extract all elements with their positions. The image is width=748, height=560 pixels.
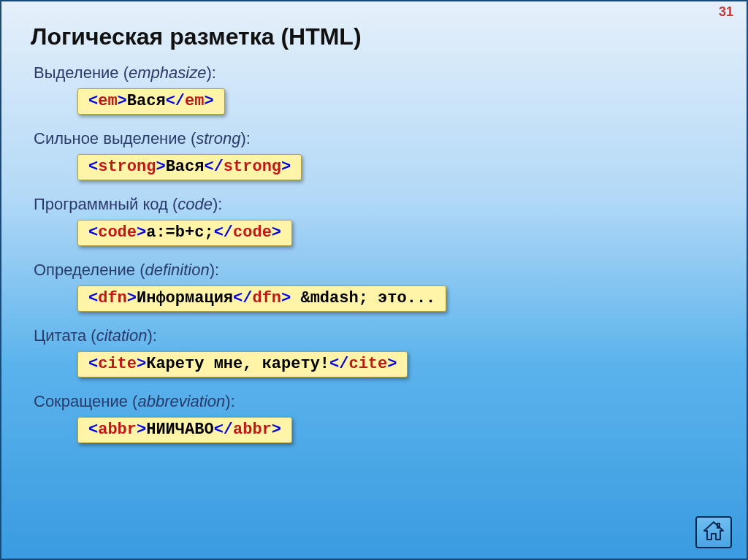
section-label-en: abbreviation — [137, 392, 225, 410]
page-number: 31 — [719, 4, 733, 20]
code-example: <dfn>Информация</dfn> &mdash; это... — [77, 285, 446, 312]
paren-open: ( — [123, 64, 129, 82]
paren-close: ): — [225, 392, 234, 410]
tag-close: abbr — [233, 421, 272, 439]
bracket: < — [88, 223, 98, 242]
tag-content: Вася — [127, 92, 166, 110]
bracket: </ — [214, 223, 233, 242]
bracket: > — [204, 92, 213, 110]
section-label-ru: Программный код — [34, 195, 168, 213]
paren-open: ( — [91, 326, 96, 345]
bracket: > — [137, 223, 146, 242]
section-label: Выделение (emphasize): — [34, 64, 722, 83]
tag-content: Карету мне, карету! — [146, 355, 329, 373]
section-label-en: emphasize — [129, 64, 206, 82]
bracket: > — [272, 421, 281, 439]
section-label-en: definition — [145, 261, 210, 279]
bracket: </ — [329, 355, 348, 373]
bracket: </ — [233, 289, 252, 307]
tag-content: Вася — [166, 158, 205, 176]
bracket: < — [88, 421, 98, 439]
code-example: <abbr>НИИЧАВО</abbr> — [77, 417, 292, 443]
tag-open: strong — [98, 158, 156, 176]
bracket: > — [387, 355, 397, 373]
bracket: </ — [214, 421, 233, 439]
bracket: > — [118, 92, 127, 110]
paren-close: ): — [213, 195, 222, 213]
bracket: < — [88, 92, 98, 110]
home-icon — [702, 520, 725, 545]
bracket: > — [137, 355, 146, 373]
paren-close: ): — [210, 261, 219, 279]
tag-open: em — [98, 92, 117, 110]
tag-close: cite — [348, 355, 387, 373]
tag-content: a:=b+c; — [146, 223, 213, 242]
tag-open: cite — [98, 355, 137, 373]
page-title: Логическая разметка (HTML) — [31, 23, 722, 50]
tag-close: em — [185, 92, 204, 110]
tag-content: Информация — [137, 289, 233, 307]
suffix: &mdash; это... — [291, 289, 435, 307]
bracket: > — [137, 421, 146, 439]
bracket: > — [281, 289, 291, 307]
code-example: <cite>Карету мне, карету!</cite> — [77, 351, 408, 377]
tag-close: strong — [224, 158, 281, 176]
section-label: Сильное выделение (strong): — [34, 129, 722, 148]
bracket: > — [127, 289, 137, 307]
section-label-en: code — [178, 195, 213, 213]
bracket: > — [272, 223, 281, 242]
paren-close: ): — [206, 64, 215, 82]
bracket: </ — [204, 158, 223, 176]
code-example: <code>a:=b+c;</code> — [77, 220, 292, 246]
section-label: Цитата (citation): — [34, 326, 722, 345]
tag-content: НИИЧАВО — [146, 421, 213, 439]
paren-open: ( — [140, 261, 145, 279]
section-label-ru: Сильное выделение — [34, 129, 186, 147]
section-label-ru: Определение — [34, 261, 135, 279]
bracket: > — [156, 158, 165, 176]
tag-close: dfn — [252, 289, 281, 307]
section-label-en: citation — [96, 326, 148, 345]
home-button[interactable] — [695, 516, 732, 548]
bracket: < — [88, 158, 98, 176]
code-example: <strong>Вася</strong> — [77, 154, 302, 180]
section-label-en: strong — [196, 129, 240, 147]
paren-close: ): — [240, 129, 250, 147]
tag-open: abbr — [98, 421, 137, 439]
tag-open: code — [98, 223, 137, 242]
section-label: Определение (definition): — [34, 261, 722, 280]
code-example: <em>Вася</em> — [77, 88, 225, 115]
tag-close: code — [233, 223, 272, 242]
bracket: < — [88, 289, 98, 307]
bracket: < — [88, 355, 98, 373]
section-label: Сокращение (abbreviation): — [34, 392, 722, 411]
tag-open: dfn — [98, 289, 127, 307]
section-label-ru: Цитата — [34, 326, 86, 345]
bracket: </ — [166, 92, 185, 110]
bracket: > — [281, 158, 291, 176]
section-label: Программный код (code): — [34, 195, 722, 214]
paren-close: ): — [147, 326, 156, 345]
section-label-ru: Сокращение — [34, 392, 128, 410]
section-label-ru: Выделение — [34, 64, 119, 82]
